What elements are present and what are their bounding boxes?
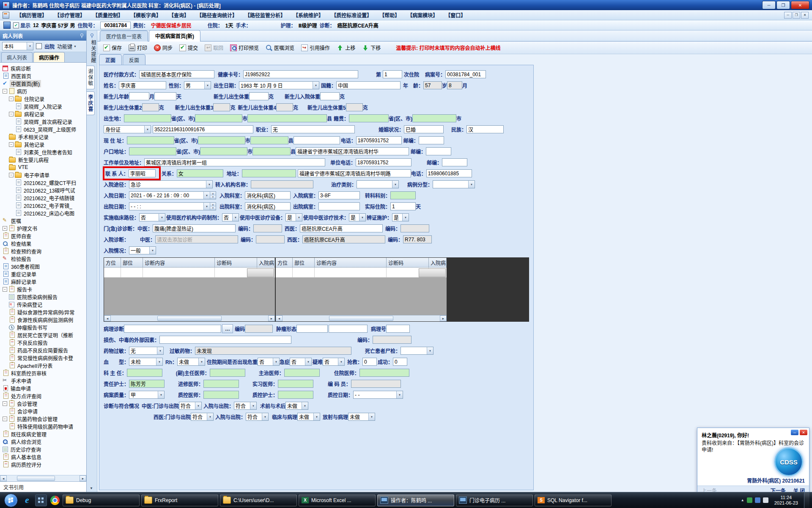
menu-item[interactable]: 【病案模块】 [403, 10, 442, 20]
tree-item[interactable]: ApacheII评分表 [2, 362, 86, 369]
scroll-right-arrow[interactable]: ► [268, 315, 275, 321]
maximize-button[interactable]: ❐ [776, 1, 790, 9]
tree-expand-toggle[interactable]: − [3, 417, 7, 421]
tree-item[interactable]: −病程记录 [2, 110, 86, 118]
form-input[interactable]: 1963 年 10 月 9 日▼ [239, 81, 319, 89]
form-input[interactable]: J19852922 [243, 70, 358, 78]
form-input[interactable] [346, 103, 363, 111]
tree-item[interactable]: 既往疾病史管理 [2, 430, 86, 438]
tree-expand-toggle[interactable]: − [3, 401, 7, 406]
form-input[interactable]: 福建省宁德市蕉城区漳湾镇后湾村华明路 [298, 169, 411, 177]
dropdown-arrow[interactable]: ▼ [232, 214, 239, 221]
form-input[interactable]: 未做▼ [285, 402, 308, 410]
tree-expand-toggle[interactable]: − [9, 173, 14, 177]
ellipsis-button[interactable]: … [222, 324, 233, 333]
scrollbar-thumb[interactable] [157, 316, 222, 321]
form-input[interactable]: 一般▼ [129, 246, 156, 254]
dropdown-arrow[interactable]: ▼ [149, 247, 156, 254]
dropdown-arrow[interactable]: ▼ [402, 214, 409, 221]
form-input[interactable]: 0 [393, 358, 407, 366]
dropdown-arrow[interactable]: ▼ [195, 402, 201, 409]
row-button[interactable] [419, 268, 446, 277]
form-input[interactable] [195, 114, 242, 122]
spinner-up[interactable]: ▲ [210, 203, 216, 207]
form-input[interactable] [276, 103, 293, 111]
dropdown-arrow[interactable]: ▼ [203, 203, 210, 210]
menu-item[interactable]: 【路径监管分析】 [241, 10, 289, 20]
tree-item[interactable]: 病人综合浏览 [2, 438, 86, 445]
form-input[interactable]: 18705931752 [356, 136, 402, 144]
form-input[interactable]: 57 [423, 81, 442, 89]
form-input[interactable]: 符合▼ [191, 413, 214, 421]
form-input[interactable] [278, 391, 313, 399]
form-input[interactable]: 是▼ [349, 213, 366, 221]
tree-item[interactable]: +护理文书 [2, 224, 86, 232]
dropdown-arrow[interactable]: ▼ [157, 347, 163, 354]
form-input[interactable] [124, 114, 171, 122]
tree-item[interactable]: 麻醉记录单 [2, 278, 86, 285]
form-input[interactable] [129, 92, 149, 100]
tree-item[interactable]: 重症记录单 [2, 270, 86, 278]
form-input[interactable] [159, 336, 291, 344]
tree-item[interactable]: 疾病诊断 [2, 64, 86, 72]
dropdown-arrow[interactable]: ▼ [368, 413, 375, 420]
patient-tab-李庆喜[interactable]: 李庆喜 [87, 91, 95, 115]
dropdown-arrow[interactable]: ▼ [302, 402, 308, 409]
table-horizontal-scrollbar[interactable]: ◄► [276, 315, 447, 321]
form-input[interactable] [386, 325, 410, 333]
form-input[interactable]: 陈芳芳 [129, 380, 165, 388]
form-input[interactable]: 女 [177, 169, 223, 177]
tree-item[interactable]: 手术申请 [2, 377, 86, 384]
form-input[interactable]: 李庆喜 [119, 81, 166, 89]
sidebar-horizontal-scrollbar[interactable]: ◄ ► [0, 475, 86, 481]
form-input[interactable] [349, 114, 389, 122]
form-input[interactable]: 符合▼ [179, 402, 202, 410]
taskbar-button[interactable]: SSQL Navigator f... [535, 494, 612, 506]
form-input[interactable]: 腹痛(脾虚湿热证) [153, 224, 236, 232]
tree-item[interactable]: 不良反应报告 [2, 339, 86, 346]
menu-item[interactable]: 【模板字典】 [127, 10, 165, 20]
dropdown-arrow[interactable]: ▼ [313, 413, 320, 420]
form-input[interactable]: ▼ [357, 180, 399, 188]
tree-item[interactable]: 特殊使用级抗菌药物申请 [2, 422, 86, 430]
spinner-down[interactable]: ▼ [210, 207, 216, 210]
form-input[interactable] [251, 180, 313, 188]
mdi-restore-button[interactable]: ❐ [793, 12, 800, 19]
tree-item[interactable]: −病历 [2, 87, 86, 95]
form-input[interactable] [247, 114, 327, 122]
dropdown-arrow[interactable]: ▼ [359, 214, 365, 221]
form-input[interactable]: 3-8F [318, 191, 360, 199]
strip-scroll-down-arrow[interactable]: ▼ [90, 486, 93, 490]
form-input[interactable]: 甲▼ [129, 391, 165, 399]
tree-item[interactable]: 医嘱 [2, 217, 86, 224]
app-launcher-icon[interactable] [35, 494, 47, 506]
form-input[interactable]: 否▼ [323, 358, 345, 366]
form-tab-正面[interactable]: 正面 [99, 54, 122, 65]
pin-icon[interactable] [80, 33, 84, 38]
tree-item[interactable]: 病人基本信息 [2, 453, 86, 461]
chrome-icon[interactable] [49, 495, 60, 506]
form-input[interactable] [253, 224, 282, 232]
menu-item[interactable]: 【查询】 [165, 10, 193, 20]
form-input[interactable]: 消化科(病区) [245, 202, 291, 210]
scrollbar-thumb[interactable] [17, 476, 55, 481]
form-input[interactable] [127, 136, 174, 144]
display-checkbox[interactable]: ✔显示 [13, 22, 30, 29]
toolbar-button-保存[interactable]: 保存 [101, 43, 124, 52]
sidebar-tab-病人列表[interactable]: 病人列表 [1, 52, 33, 62]
dropdown-arrow[interactable]: ▼ [273, 358, 279, 365]
form-input[interactable] [242, 169, 296, 177]
tree-item[interactable]: 肿瘤报告书写 [2, 323, 86, 331]
tree-item[interactable]: VTE [2, 163, 86, 171]
toolbar-button-医嘱浏览[interactable]: 医嘱浏览 [263, 43, 297, 52]
form-input[interactable]: 否▼ [258, 358, 280, 366]
form-input[interactable] [200, 147, 247, 155]
form-input[interactable]: 蕉城区漳湾镇后湾村第一组 [144, 158, 325, 166]
show-desktop-button[interactable] [804, 492, 809, 508]
form-input[interactable] [419, 136, 444, 144]
taskbar-button[interactable]: FrxReport [141, 494, 218, 506]
tree-item[interactable]: 20210622_13碳呼气试 [2, 186, 86, 194]
form-input[interactable] [412, 114, 456, 122]
form-input[interactable] [249, 92, 269, 100]
form-input[interactable] [278, 380, 313, 388]
